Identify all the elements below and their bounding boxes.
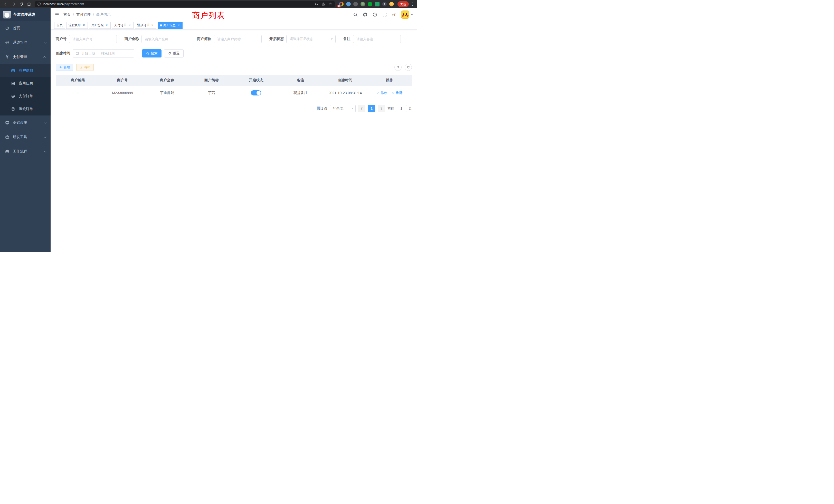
status-select[interactable]: 请选择开启状态 (286, 35, 336, 43)
sidebar-item-workflow[interactable]: 工作流程 (0, 144, 50, 159)
extension-icon[interactable]: 10 (339, 2, 344, 6)
extension-pin-icon[interactable] (382, 2, 387, 6)
browser-back-icon[interactable] (2, 1, 10, 8)
refresh-table-icon[interactable] (405, 64, 412, 71)
status-toggle[interactable] (251, 90, 261, 95)
browser-menu-icon[interactable]: ⋮ (410, 2, 415, 6)
edit-link[interactable]: 修改 (376, 91, 387, 95)
merchant-shortname-label: 商户简称 (197, 37, 211, 41)
chevron-down-icon (44, 121, 46, 124)
tab-close-icon[interactable]: × (105, 24, 108, 27)
prev-page-button[interactable]: ❮ (358, 105, 366, 112)
tab-bar: 首页 流程表单 × 用户分组 × 支付订单 × 退款订单 × 商户信息 × (50, 21, 417, 30)
tab-close-icon[interactable]: × (177, 24, 180, 27)
merchant-fullname-input[interactable] (141, 35, 189, 43)
extension-icon[interactable] (368, 2, 372, 6)
sidebar-item-payment-order[interactable]: 支付订单 (0, 90, 50, 102)
share-icon[interactable] (322, 2, 325, 6)
browser-toolbar: i localhost:1024/pay/merchant 10 更新 ⋮ (0, 0, 417, 8)
sidebar-item-infrastructure[interactable]: 基础设施 (0, 115, 50, 130)
sidebar-item-merchant-info[interactable]: 商户信息 (0, 64, 50, 77)
col-merchant-no: 商户号 (100, 75, 145, 86)
browser-update-button[interactable]: 更新 (397, 1, 409, 7)
table-header-row: 商户编号 商户号 商户全称 商户简称 开启状态 备注 创建时间 操作 (56, 75, 412, 86)
address-bar[interactable]: i localhost:1024/pay/merchant (35, 1, 335, 7)
tab-payment-order[interactable]: 支付订单 × (112, 22, 133, 29)
tab-close-icon[interactable]: × (82, 24, 86, 27)
sidebar-item-app-info[interactable]: 应用信息 (0, 77, 50, 90)
sidebar-item-home[interactable]: 首页 (0, 21, 50, 36)
app-logo[interactable]: 芋道管理系统 (0, 8, 50, 21)
merchant-fullname-label: 商户全称 (125, 37, 139, 41)
payment-submenu: 商户信息 应用信息 支付订单 退款订单 (0, 64, 50, 115)
search-icon[interactable] (353, 12, 358, 17)
chevron-down-icon (44, 41, 46, 44)
sidebar-item-label: 系统管理 (13, 40, 27, 45)
extension-icon[interactable] (353, 2, 358, 6)
sidebar-item-refund-order[interactable]: 退款订单 (0, 102, 50, 115)
browser-forward-icon[interactable] (10, 1, 18, 8)
end-date-placeholder: 结束日期 (101, 51, 114, 56)
tab-merchant-info[interactable]: 商户信息 × (158, 22, 182, 29)
sidebar-item-label: 研发工具 (13, 135, 27, 139)
page-annotation: 商户列表 (192, 10, 225, 21)
url-text: localhost:1024/pay/merchant (43, 2, 84, 6)
breadcrumb-item[interactable]: 首页 (63, 12, 71, 17)
chevron-up-icon (43, 56, 46, 59)
page-number-button[interactable]: 1 (368, 105, 375, 112)
next-page-button[interactable]: ❯ (378, 105, 385, 112)
password-key-icon[interactable] (314, 2, 318, 6)
col-full-name: 商户全称 (145, 75, 189, 86)
document-icon (11, 107, 16, 111)
export-button[interactable]: 导出 (76, 64, 94, 71)
page-info-icon[interactable]: i (38, 3, 41, 6)
extension-icon[interactable] (360, 2, 365, 6)
navbar-actions: TT (353, 10, 413, 19)
tab-process-form[interactable]: 流程表单 × (66, 22, 88, 29)
target-icon (11, 94, 16, 98)
sidebar-item-label: 工作流程 (13, 149, 27, 154)
sidebar-item-system[interactable]: 系统管理 (0, 36, 50, 50)
tab-close-icon[interactable]: × (128, 24, 131, 27)
merchant-shortname-input[interactable] (214, 35, 262, 43)
merchant-no-input[interactable] (69, 35, 117, 43)
delete-link[interactable]: 删除 (392, 91, 403, 95)
fullscreen-icon[interactable] (382, 12, 387, 17)
pencil-icon (376, 91, 379, 94)
remark-input[interactable] (353, 35, 401, 43)
tab-home[interactable]: 首页 (54, 22, 65, 29)
reset-button[interactable]: 重置 (164, 49, 183, 58)
user-menu[interactable] (401, 10, 413, 19)
chevron-down-icon (331, 39, 333, 40)
toggle-search-icon[interactable] (394, 64, 401, 71)
sidebar-item-dev-tools[interactable]: 研发工具 (0, 130, 50, 144)
breadcrumb-item[interactable]: 支付管理 (76, 12, 91, 17)
goto-label: 前往 (388, 106, 394, 111)
bookmark-star-icon[interactable] (329, 2, 332, 6)
goto-page-input[interactable] (396, 105, 407, 112)
add-button[interactable]: 新增 (56, 64, 73, 71)
browser-reload-icon[interactable] (18, 1, 25, 8)
profile-avatar-icon[interactable] (389, 2, 394, 6)
sidebar-item-label: 支付管理 (13, 55, 27, 59)
browser-home-icon[interactable] (25, 1, 33, 8)
pagination: 共 1 条 10条/页 ❮ 1 ❯ 前往 页 (56, 105, 412, 112)
extension-icon[interactable] (375, 2, 379, 6)
tab-user-group[interactable]: 用户分组 × (89, 22, 111, 29)
download-icon (80, 66, 83, 69)
search-button[interactable]: 搜索 (142, 49, 161, 58)
sidebar-item-payment[interactable]: ¥ 支付管理 (0, 50, 50, 64)
sidebar-item-label: 基础设施 (13, 120, 27, 125)
create-time-range-picker[interactable]: 开始日期 - 结束日期 (73, 49, 134, 58)
extension-icon[interactable] (346, 2, 351, 6)
monitor-icon (5, 121, 9, 125)
hamburger-icon[interactable] (55, 12, 59, 17)
github-icon[interactable] (363, 12, 368, 17)
help-icon[interactable] (373, 12, 377, 17)
tab-refund-order[interactable]: 退款订单 × (135, 22, 156, 29)
trash-icon (392, 91, 395, 94)
chevron-down-icon (44, 150, 46, 153)
tab-close-icon[interactable]: × (151, 24, 154, 27)
font-size-icon[interactable]: TT (392, 13, 396, 17)
page-size-select[interactable]: 10条/页 (330, 105, 356, 112)
